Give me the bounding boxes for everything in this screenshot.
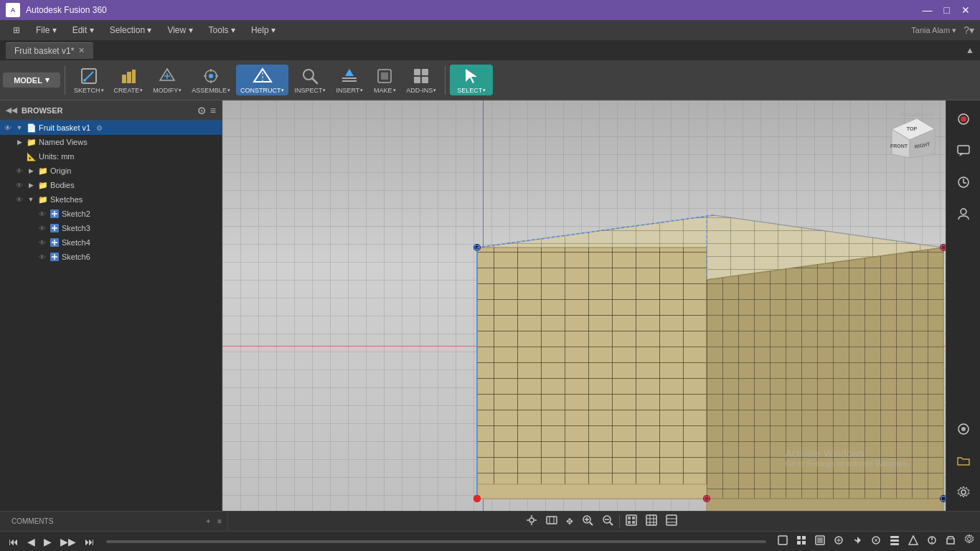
menu-selection[interactable]: Selection ▾ — [103, 22, 159, 38]
menu-tools[interactable]: Tools ▾ — [202, 22, 242, 38]
pan-tool[interactable]: ✥ — [563, 515, 576, 528]
comments-add-icon[interactable]: + — [206, 517, 210, 525]
toolbar-make[interactable]: MAKE▾ — [369, 65, 400, 95]
playback-tool-6[interactable] — [868, 534, 884, 549]
display-mode-tool[interactable] — [623, 513, 640, 529]
menu-grid[interactable]: ⊞ — [6, 22, 27, 38]
comments-options-icon[interactable]: ≡ — [217, 517, 222, 525]
svg-rect-20 — [342, 80, 357, 82]
tree-sketch4[interactable]: 👁 Sketch4 — [0, 235, 222, 250]
origin-arrow[interactable]: ▶ — [26, 166, 36, 176]
tree-sketch6[interactable]: 👁 Sketch6 — [0, 250, 222, 264]
maximize-button[interactable]: □ — [940, 3, 954, 17]
playback-tool-7[interactable] — [887, 534, 903, 549]
svg-point-70 — [703, 495, 710, 502]
playback-start-button[interactable]: ⏮ — [6, 534, 22, 549]
tree-bodies[interactable]: 👁 ▶ 📁 Bodies — [0, 178, 222, 192]
close-button[interactable]: ✕ — [957, 3, 974, 17]
sketch4-eye-icon[interactable]: 👁 — [37, 237, 47, 248]
toolbar-insert[interactable]: INSERT▾ — [331, 65, 367, 95]
snap-tool[interactable] — [523, 513, 540, 529]
zoom-minus-tool[interactable] — [599, 513, 616, 529]
settings-sidebar-button[interactable] — [951, 479, 976, 505]
playback-tool-8[interactable] — [905, 534, 921, 549]
playback-tool-1[interactable] — [775, 534, 791, 549]
playback-play-button[interactable]: ▶ — [41, 534, 55, 549]
sketches-arrow[interactable]: ▼ — [26, 194, 36, 204]
tree-sketch3[interactable]: 👁 Sketch3 — [0, 221, 222, 235]
view-options-tool[interactable] — [663, 513, 680, 529]
playback-next-button[interactable]: ▶▶ — [57, 534, 79, 549]
root-eye-icon[interactable]: 👁 — [3, 123, 13, 133]
sketches-folder-icon: 📁 — [37, 194, 49, 205]
help-icon[interactable]: ?▾ — [963, 24, 974, 36]
sketch3-eye-icon[interactable]: 👁 — [37, 223, 47, 233]
bodies-folder-icon: 📁 — [37, 179, 49, 191]
tree-named-views[interactable]: ▶ 📁 Named Views — [0, 135, 222, 149]
sketches-eye-icon[interactable]: 👁 — [14, 194, 24, 204]
playback-tool-10[interactable] — [943, 534, 958, 549]
toolbar-assemble[interactable]: ASSEMBLE▾ — [187, 65, 235, 95]
tree-sketch2[interactable]: 👁 Sketch2 — [0, 207, 222, 221]
tab-close[interactable]: ✕ — [78, 46, 85, 55]
record-button[interactable] — [951, 106, 976, 132]
toolbar-sketch[interactable]: SKETCH▾ — [70, 65, 108, 95]
tree-root[interactable]: 👁 ▼ 📄 Fruit basket v1 ⚙ — [0, 121, 222, 135]
playback-tool-2[interactable] — [793, 534, 809, 549]
toolbar-modify[interactable]: MODIFY▾ — [149, 65, 186, 95]
origin-eye-icon[interactable]: 👁 — [14, 166, 24, 176]
tab-expand[interactable]: ▲ — [966, 45, 974, 55]
playback-tool-4[interactable] — [831, 534, 847, 549]
menu-file[interactable]: File ▾ — [29, 22, 64, 38]
bodies-eye-icon[interactable]: 👁 — [14, 180, 24, 190]
comment-button[interactable] — [951, 138, 976, 164]
units-label: Units: mm — [39, 152, 75, 161]
playback-prev-button[interactable]: ◀ — [24, 534, 38, 549]
sketch6-eye-icon[interactable]: 👁 — [37, 252, 47, 262]
browser-collapse-arrow[interactable]: ◀◀ — [6, 106, 17, 114]
folder-button[interactable] — [951, 448, 976, 474]
document-tab[interactable]: Fruit basket v1* ✕ — [6, 42, 93, 59]
grid-view-tool[interactable] — [643, 513, 660, 529]
browser-search-icon[interactable]: ⊙ — [197, 105, 206, 116]
tree-sketches[interactable]: 👁 ▼ 📁 Sketches — [0, 192, 222, 207]
named-views-arrow[interactable]: ▶ — [14, 137, 24, 147]
viewcube[interactable]: TOP FRONT RIGHT RIGHT BACK — [881, 108, 938, 165]
playback-tool-9[interactable] — [924, 534, 940, 549]
svg-rect-53 — [477, 484, 707, 499]
bodies-arrow[interactable]: ▶ — [26, 180, 36, 190]
sidebar-resize-handle[interactable] — [943, 100, 946, 511]
fit-window-tool[interactable] — [543, 513, 560, 529]
menu-view[interactable]: View ▾ — [160, 22, 199, 38]
window-controls[interactable]: — □ ✕ — [918, 3, 974, 17]
tree-units[interactable]: ▶ 📐 Units: mm — [0, 149, 222, 164]
sketch2-eye-icon[interactable]: 👁 — [37, 209, 47, 219]
toolbar-select[interactable]: SELECT▾ — [450, 65, 493, 95]
toolbar-addins[interactable]: ADD-INS▾ — [402, 65, 440, 95]
root-collapse-arrow[interactable]: ▼ — [14, 123, 24, 133]
menu-help[interactable]: Help ▾ — [244, 22, 283, 38]
browser-header: ◀◀ BROWSER ⊙ ≡ — [0, 100, 222, 121]
toolbar-inspect[interactable]: INSPECT▾ — [290, 65, 330, 95]
viewport-canvas[interactable]: TOP FRONT RIGHT RIGHT BACK Activate Wind… — [222, 100, 946, 511]
browser-options-icon[interactable]: ≡ — [210, 105, 216, 116]
root-gear-icon[interactable]: ⚙ — [96, 124, 103, 132]
svg-rect-19 — [342, 77, 357, 79]
construct-label: CONSTRUCT▾ — [240, 87, 285, 94]
title-bar: A Autodesk Fusion 360 — □ ✕ — [0, 0, 980, 20]
playback-tool-5[interactable] — [849, 534, 865, 549]
mode-button[interactable]: MODEL ▾ — [3, 72, 60, 88]
chrome-icon-button[interactable] — [951, 416, 976, 442]
toolbar-create[interactable]: CREATE▾ — [110, 65, 148, 95]
playback-settings-icon[interactable] — [964, 534, 974, 549]
user-button[interactable] — [951, 201, 976, 227]
playback-tool-3[interactable] — [812, 534, 828, 549]
tree-origin[interactable]: 👁 ▶ 📁 Origin — [0, 164, 222, 178]
playback-timeline[interactable] — [106, 540, 766, 543]
menu-edit[interactable]: Edit ▾ — [65, 22, 101, 38]
toolbar-construct[interactable]: CONSTRUCT▾ — [236, 65, 289, 95]
history-button[interactable] — [951, 169, 976, 195]
minimize-button[interactable]: — — [918, 3, 937, 17]
playback-end-button[interactable]: ⏭ — [82, 534, 98, 549]
zoom-tool[interactable] — [579, 513, 596, 529]
